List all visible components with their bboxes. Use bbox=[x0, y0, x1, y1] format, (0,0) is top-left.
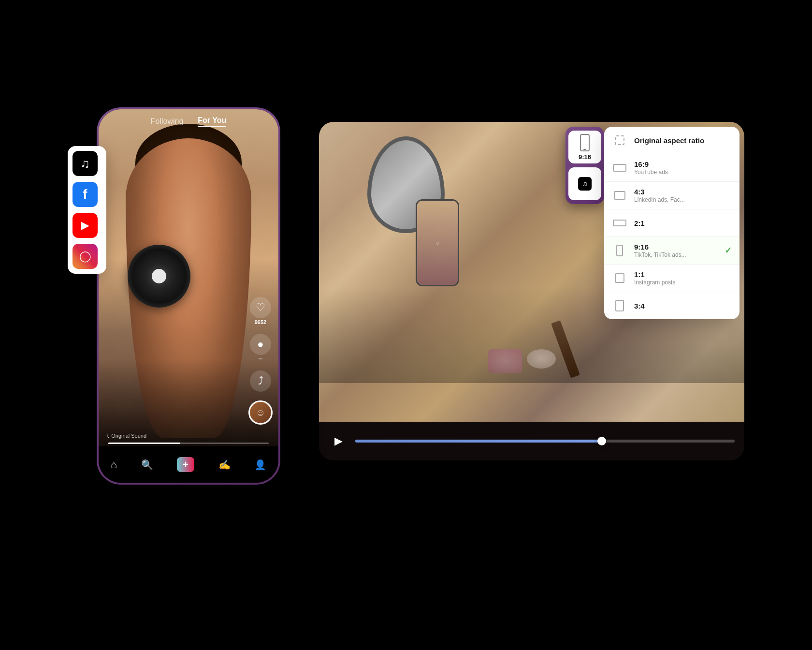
aspect-icon-4-3 bbox=[612, 188, 627, 203]
aspect-icon-1-1 bbox=[612, 270, 627, 286]
play-button[interactable]: ▶ bbox=[329, 431, 348, 451]
aspect-text-16-9: 16:9 YouTube ads bbox=[634, 160, 732, 176]
nav-messages[interactable]: ✍ bbox=[218, 459, 231, 471]
format-ratio-btn[interactable]: 9:16 bbox=[568, 131, 601, 163]
video-controls: ▶ bbox=[319, 422, 744, 460]
tiktok-bottom-nav: ⌂ 🔍 + ✍ 👤 bbox=[99, 446, 278, 483]
svg-rect-1 bbox=[583, 149, 586, 150]
aspect-item-1-1[interactable]: 1:1 Instagram posts bbox=[604, 265, 740, 292]
phone-progress-bar[interactable] bbox=[108, 443, 269, 444]
aspect-icon-9-16 bbox=[612, 243, 627, 258]
nav-search[interactable]: 🔍 bbox=[141, 459, 153, 471]
aspect-text-4-3: 4:3 LinkedIn ads, Fac... bbox=[634, 188, 732, 203]
format-ratio-label: 9:16 bbox=[579, 153, 591, 161]
tiktok-topbar: Following For You bbox=[99, 109, 278, 133]
video-progress-track[interactable] bbox=[355, 440, 735, 443]
aspect-title-2-1: 2:1 bbox=[634, 219, 732, 227]
aspect-shape-3-4 bbox=[615, 300, 624, 311]
creator-avatar[interactable]: ☺ bbox=[248, 400, 273, 425]
aspect-text-1-1: 1:1 Instagram posts bbox=[634, 270, 732, 286]
aspect-shape-2-1 bbox=[613, 220, 626, 226]
aspect-title-9-16: 9:16 bbox=[634, 243, 718, 251]
aspect-icon-2-1 bbox=[612, 215, 627, 231]
aspect-title-1-1: 1:1 bbox=[634, 270, 732, 279]
format-btn-wrap: 9:16 ♫ bbox=[566, 127, 604, 204]
phone-ratio-icon bbox=[580, 134, 590, 151]
aspect-shape-9-16 bbox=[616, 245, 623, 256]
aspect-subtitle-9-16: TikTok, TikTok ads... bbox=[634, 251, 718, 258]
aspect-item-16-9[interactable]: 16:9 YouTube ads bbox=[604, 154, 740, 182]
aspect-shape-original bbox=[615, 135, 624, 145]
tab-for-you[interactable]: For You bbox=[198, 116, 226, 127]
aspect-text-2-1: 2:1 bbox=[634, 219, 732, 227]
tab-following[interactable]: Following bbox=[151, 117, 184, 126]
aspect-title-16-9: 16:9 bbox=[634, 160, 732, 168]
phone-inner: Following For You ♡ 9652 ● ··· ⤴ ☺ bbox=[99, 109, 278, 483]
main-scene: ♫ f ▶ ◯ Following bbox=[68, 59, 744, 591]
like-button[interactable]: ♡ bbox=[250, 297, 271, 318]
aspect-shape-16-9 bbox=[613, 164, 626, 172]
phone-in-mirror: ☺ bbox=[416, 199, 459, 286]
nav-home[interactable]: ⌂ bbox=[111, 458, 117, 471]
aspect-icon-3-4 bbox=[612, 298, 627, 313]
nav-profile[interactable]: 👤 bbox=[254, 459, 266, 471]
aspect-text-9-16: 9:16 TikTok, TikTok ads... bbox=[634, 243, 718, 258]
selected-check-icon: ✓ bbox=[725, 245, 732, 256]
aspect-item-2-1[interactable]: 2:1 bbox=[604, 209, 740, 237]
aspect-item-4-3[interactable]: 4:3 LinkedIn ads, Fac... bbox=[604, 182, 740, 209]
aspect-item-9-16[interactable]: 9:16 TikTok, TikTok ads... ✓ bbox=[604, 237, 740, 265]
comment-button[interactable]: ● bbox=[250, 334, 271, 355]
vinyl-item bbox=[128, 245, 190, 308]
format-tiktok-btn[interactable]: ♫ bbox=[568, 167, 601, 200]
aspect-icon-16-9 bbox=[612, 160, 627, 176]
aspect-subtitle-16-9: YouTube ads bbox=[634, 169, 732, 176]
tiktok-music-info: ♫ Original Sound bbox=[106, 432, 146, 439]
aspect-subtitle-4-3: LinkedIn ads, Fac... bbox=[634, 196, 732, 203]
format-panel-top: 9:16 ♫ bbox=[566, 127, 604, 204]
aspect-item-original[interactable]: Original aspect ratio bbox=[604, 127, 740, 154]
aspect-ratio-panel: Original aspect ratio 16:9 YouTube ads 4… bbox=[604, 127, 740, 319]
aspect-text-3-4: 3:4 bbox=[634, 302, 732, 310]
aspect-text-original: Original aspect ratio bbox=[634, 136, 732, 145]
aspect-title-3-4: 3:4 bbox=[634, 302, 732, 310]
aspect-title-4-3: 4:3 bbox=[634, 188, 732, 196]
aspect-icon-original bbox=[612, 133, 627, 148]
aspect-subtitle-1-1: Instagram posts bbox=[634, 279, 732, 286]
vinyl-center bbox=[152, 269, 166, 283]
social-sidebar: ♫ f ▶ ◯ bbox=[68, 146, 106, 274]
video-progress-fill bbox=[355, 440, 602, 443]
social-icon-instagram[interactable]: ◯ bbox=[72, 244, 98, 269]
tiktok-platform-icon: ♫ bbox=[578, 177, 592, 191]
comment-button-wrap: ● ··· bbox=[250, 334, 271, 362]
social-icon-tiktok[interactable]: ♫ bbox=[72, 151, 98, 176]
svg-rect-0 bbox=[580, 134, 589, 151]
like-count: 9652 bbox=[255, 319, 266, 325]
social-icon-youtube[interactable]: ▶ bbox=[72, 213, 98, 238]
social-icon-facebook[interactable]: f bbox=[72, 182, 98, 207]
share-button[interactable]: ⤴ bbox=[250, 370, 271, 392]
phone-in-mirror-screen: ☺ bbox=[417, 201, 458, 285]
tiktok-side-icons: ♡ 9652 ● ··· ⤴ ☺ bbox=[248, 297, 273, 425]
aspect-title-original: Original aspect ratio bbox=[634, 136, 732, 145]
comment-count: ··· bbox=[258, 356, 262, 362]
nav-add[interactable]: + bbox=[177, 457, 194, 472]
like-button-wrap: ♡ 9652 bbox=[250, 297, 271, 325]
aspect-shape-1-1 bbox=[615, 273, 624, 283]
video-progress-thumb[interactable] bbox=[597, 437, 606, 445]
aspect-item-3-4[interactable]: 3:4 bbox=[604, 292, 740, 319]
phone-mockup: Following For You ♡ 9652 ● ··· ⤴ ☺ bbox=[97, 107, 280, 485]
phone-progress-fill bbox=[108, 443, 180, 444]
share-button-wrap: ⤴ bbox=[250, 370, 271, 392]
aspect-shape-4-3 bbox=[614, 191, 625, 200]
